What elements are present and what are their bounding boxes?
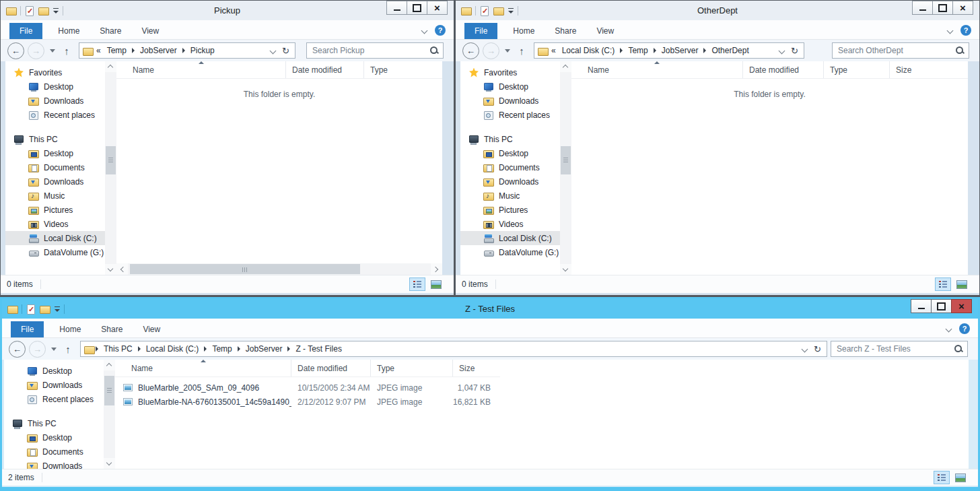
breadcrumb-segment[interactable]: JobServer <box>658 46 703 55</box>
breadcrumb-segment[interactable]: Pickup <box>186 46 219 55</box>
sidebar-item-downloads[interactable]: Downloads <box>460 174 560 189</box>
column-header-name[interactable]: Name <box>116 61 286 78</box>
folder-icon[interactable] <box>7 304 18 315</box>
ribbon-collapse-icon[interactable] <box>946 326 952 332</box>
scroll-thumb[interactable] <box>561 146 571 174</box>
minimize-button[interactable] <box>911 299 932 313</box>
folder-icon[interactable] <box>6 5 17 16</box>
file-list[interactable]: This folder is empty. <box>571 79 968 275</box>
details-view-button[interactable] <box>935 277 951 291</box>
close-button[interactable]: × <box>427 1 448 15</box>
help-icon[interactable] <box>960 25 971 36</box>
tab-home[interactable]: Home <box>49 321 91 337</box>
scroll-thumb[interactable] <box>106 146 116 174</box>
sidebar-item-datavolume-g[interactable]: DataVolume (G:) <box>460 245 560 259</box>
help-icon[interactable] <box>959 323 970 334</box>
sidebar-item-music[interactable]: Music <box>460 189 560 203</box>
sidebar-item-documents[interactable]: Documents <box>5 160 105 174</box>
tab-file[interactable]: File <box>464 23 497 39</box>
column-header-size[interactable]: Size <box>890 61 968 78</box>
sidebar-item-pictures[interactable]: Pictures <box>460 203 560 217</box>
sidebar-scrollbar[interactable] <box>105 61 116 275</box>
sidebar-item-this-pc[interactable]: This PC <box>460 132 560 146</box>
search-input[interactable] <box>837 45 955 56</box>
ribbon-collapse-icon[interactable] <box>421 28 427 34</box>
file-row[interactable]: BlueMarble_2005_SAm_09_4096 10/15/2005 2… <box>115 381 969 395</box>
refresh-button[interactable] <box>791 46 798 55</box>
breadcrumb-segment[interactable]: JobServer <box>136 46 181 55</box>
sidebar-item-desktop[interactable]: Desktop <box>460 146 560 160</box>
back-button[interactable]: ← <box>7 42 24 59</box>
scroll-left-button[interactable] <box>116 263 128 275</box>
large-thumbnails-view-button[interactable] <box>428 277 444 291</box>
breadcrumb-segment[interactable]: JobServer <box>242 344 287 354</box>
titlebar[interactable]: Z - Test Files × <box>2 299 978 319</box>
search-box[interactable] <box>306 42 444 59</box>
titlebar[interactable]: Pickup × <box>1 1 454 20</box>
up-button[interactable]: ↑ <box>62 343 74 355</box>
properties-icon[interactable] <box>479 5 490 16</box>
search-box[interactable] <box>832 42 969 59</box>
tab-home[interactable]: Home <box>503 23 545 39</box>
sidebar-item-favorites[interactable]: Favorites <box>460 65 560 79</box>
recent-locations-dropdown-icon[interactable] <box>51 348 57 351</box>
large-thumbnails-view-button[interactable] <box>952 471 969 484</box>
help-icon[interactable] <box>435 25 446 36</box>
sidebar-scrollbar[interactable] <box>104 360 115 469</box>
sidebar-item-downloads[interactable]: Downloads <box>5 174 105 189</box>
sidebar-item-desktop[interactable]: Desktop <box>4 364 104 378</box>
tab-view[interactable]: View <box>131 23 169 39</box>
column-header-name[interactable]: Name <box>115 360 291 377</box>
horizontal-scrollbar[interactable] <box>116 263 442 275</box>
file-row[interactable]: BlueMarble-NA-6760135001_14c59a1490_o 2/… <box>115 395 969 409</box>
back-button[interactable]: ← <box>462 42 479 59</box>
up-button[interactable]: ↑ <box>516 45 528 57</box>
recent-locations-dropdown-icon[interactable] <box>505 49 510 53</box>
scroll-down-button[interactable] <box>105 264 116 275</box>
sidebar-item-desktop[interactable]: Desktop <box>4 430 104 445</box>
sidebar-item-downloads[interactable]: Downloads <box>5 94 105 108</box>
file-list[interactable]: This folder is empty. <box>116 79 442 263</box>
scroll-track[interactable] <box>128 263 431 275</box>
breadcrumb-segment[interactable]: Temp <box>103 46 131 55</box>
sidebar-item-this-pc[interactable]: This PC <box>5 132 105 146</box>
sidebar-item-desktop[interactable]: Desktop <box>5 146 105 160</box>
scroll-down-button[interactable] <box>104 458 115 469</box>
scroll-down-button[interactable] <box>560 264 571 275</box>
column-header-type[interactable]: Type <box>371 360 453 377</box>
qat-dropdown-icon[interactable] <box>508 7 514 14</box>
sidebar-item-recent-places[interactable]: Recent places <box>5 108 105 122</box>
search-input[interactable] <box>311 45 429 56</box>
new-folder-icon[interactable] <box>38 5 49 16</box>
address-bar[interactable]: « Temp JobServer Pickup <box>79 42 295 59</box>
sidebar-item-videos[interactable]: Videos <box>5 217 105 231</box>
scroll-right-button[interactable] <box>431 263 442 275</box>
sidebar-scrollbar[interactable] <box>560 61 571 275</box>
address-bar[interactable]: This PC Local Disk (C:) Temp JobServer Z… <box>80 341 827 357</box>
refresh-button[interactable] <box>282 46 289 55</box>
sidebar-item-local-disk-c[interactable]: Local Disk (C:) <box>460 231 560 245</box>
forward-button[interactable]: → <box>29 341 46 358</box>
tab-home[interactable]: Home <box>48 23 90 39</box>
column-header-date-modified[interactable]: Date modified <box>291 360 371 377</box>
sidebar-item-this-pc[interactable]: This PC <box>4 416 104 430</box>
details-view-button[interactable] <box>409 277 425 291</box>
address-dropdown-icon[interactable] <box>270 48 276 54</box>
maximize-button[interactable] <box>407 1 427 15</box>
sidebar-item-videos[interactable]: Videos <box>460 217 560 231</box>
tab-file[interactable]: File <box>9 23 42 39</box>
new-folder-icon[interactable] <box>493 5 504 16</box>
sidebar-item-documents[interactable]: Documents <box>460 160 560 174</box>
close-button[interactable]: × <box>951 299 972 313</box>
column-header-type[interactable]: Type <box>824 61 890 78</box>
breadcrumb-segment[interactable]: This PC <box>100 344 137 354</box>
column-header-date-modified[interactable]: Date modified <box>743 61 824 78</box>
scroll-thumb[interactable] <box>130 264 360 274</box>
breadcrumb-segment[interactable]: OtherDept <box>707 46 753 55</box>
refresh-button[interactable] <box>814 345 821 354</box>
sidebar-item-local-disk-c[interactable]: Local Disk (C:) <box>5 231 105 245</box>
titlebar[interactable]: OtherDept × <box>456 1 979 20</box>
forward-button[interactable]: → <box>28 42 44 59</box>
scroll-thumb[interactable] <box>104 376 114 405</box>
sidebar-item-recent-places[interactable]: Recent places <box>4 392 104 406</box>
